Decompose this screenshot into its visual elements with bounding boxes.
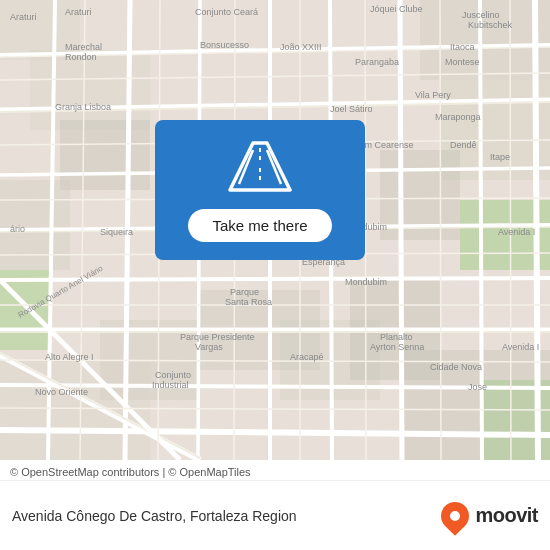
svg-text:ário: ário: [10, 224, 25, 234]
svg-text:Parque Presidente: Parque Presidente: [180, 332, 255, 342]
svg-text:Araturi: Araturi: [65, 7, 92, 17]
svg-text:Conjunto: Conjunto: [155, 370, 191, 380]
svg-text:Alto Alegre I: Alto Alegre I: [45, 352, 94, 362]
svg-text:Avenida I: Avenida I: [502, 342, 539, 352]
svg-text:Cidade Nova: Cidade Nova: [430, 362, 482, 372]
action-card: Take me there: [155, 120, 365, 260]
svg-text:Ayrton Senna: Ayrton Senna: [370, 342, 424, 352]
svg-text:Kubitschek: Kubitschek: [468, 20, 513, 30]
svg-text:Jóquei Clube: Jóquei Clube: [370, 4, 423, 14]
take-me-there-button[interactable]: Take me there: [188, 209, 331, 242]
svg-text:Marechal: Marechal: [65, 42, 102, 52]
svg-rect-2: [30, 50, 150, 130]
svg-text:Novo Oriente: Novo Oriente: [35, 387, 88, 397]
svg-text:João XXIII: João XXIII: [280, 42, 322, 52]
map-view: Araturi Araturi Conjunto Ceará Jóquei Cl…: [0, 0, 550, 460]
svg-line-52: [440, 0, 441, 460]
road-icon: [225, 138, 295, 193]
moovit-pin-icon: [436, 496, 476, 536]
svg-text:Parangaba: Parangaba: [355, 57, 399, 67]
svg-text:Conjunto Ceará: Conjunto Ceará: [195, 7, 258, 17]
bottom-bar: © OpenStreetMap contributors | © OpenMap…: [0, 460, 550, 550]
svg-text:Santa Rosa: Santa Rosa: [225, 297, 272, 307]
svg-text:Rondon: Rondon: [65, 52, 97, 62]
svg-text:Maraponga: Maraponga: [435, 112, 481, 122]
svg-text:Parque: Parque: [230, 287, 259, 297]
svg-text:Araturi: Araturi: [10, 12, 37, 22]
location-text: Avenida Cônego De Castro, Fortaleza Regi…: [12, 508, 431, 524]
svg-text:Avenida I: Avenida I: [498, 227, 535, 237]
attribution-text: © OpenStreetMap contributors | © OpenMap…: [0, 460, 550, 481]
svg-line-36: [535, 0, 538, 460]
location-row: Avenida Cônego De Castro, Fortaleza Regi…: [0, 481, 550, 550]
svg-text:Granja Lisboa: Granja Lisboa: [55, 102, 111, 112]
svg-text:Planalto: Planalto: [380, 332, 413, 342]
svg-rect-3: [60, 120, 150, 190]
svg-text:Bonsucesso: Bonsucesso: [200, 40, 249, 50]
svg-text:Itaoca: Itaoca: [450, 42, 475, 52]
svg-text:Juscelino: Juscelino: [462, 10, 500, 20]
svg-text:Dendê: Dendê: [450, 140, 477, 150]
svg-text:Itape: Itape: [490, 152, 510, 162]
svg-text:Vila Pery: Vila Pery: [415, 90, 451, 100]
svg-text:Aracapé: Aracapé: [290, 352, 324, 362]
svg-text:Montese: Montese: [445, 57, 480, 67]
svg-text:Industrial: Industrial: [152, 380, 189, 390]
svg-text:Siqueira: Siqueira: [100, 227, 133, 237]
moovit-brand-text: moovit: [475, 504, 538, 527]
svg-text:Jose: Jose: [468, 382, 487, 392]
svg-line-34: [400, 0, 402, 460]
svg-text:Vargas: Vargas: [195, 342, 223, 352]
moovit-logo: moovit: [441, 502, 538, 530]
svg-text:Mondubim: Mondubim: [345, 277, 387, 287]
svg-text:Joel Sátiro: Joel Sátiro: [330, 104, 373, 114]
